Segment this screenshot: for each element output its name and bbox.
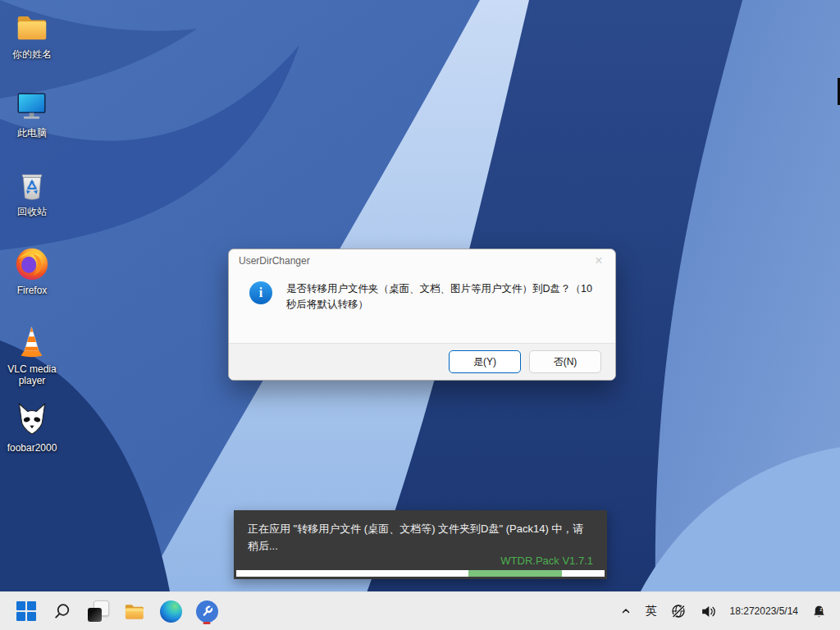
clock-time: 18:27 [730,605,755,617]
globe-offline-icon [670,603,687,619]
close-icon[interactable]: × [591,254,606,267]
desktop-icon-firefox[interactable]: Firefox [2,243,62,296]
system-tray: 英 18:27 2023/5/14 [614,596,840,626]
progress-bar [236,570,605,577]
svg-text:z: z [819,606,822,612]
userdirchanger-dialog: UserDirChanger × i 是否转移用户文件夹（桌面、文档、图片等用户… [228,249,616,381]
desktop-icon-recycle-bin[interactable]: 回收站 [2,164,62,217]
info-icon: i [249,281,272,304]
desktop-icon-label: 你的姓名 [2,48,62,60]
this-pc-icon [2,85,62,125]
desktop-icon-foobar2000[interactable]: foobar2000 [2,400,62,454]
userdirchanger-icon [196,600,218,623]
folder-icon [2,7,62,46]
dialog-footer: 是(Y) 否(N) [229,343,615,380]
edge-button[interactable] [156,596,185,626]
no-button[interactable]: 否(N) [529,350,601,373]
toast-message: 正在应用 "转移用户文件 (桌面、文档等) 文件夹到D盘" (Pack14) 中… [234,510,607,555]
start-button[interactable] [11,596,41,626]
desktop-icon-label: VLC media player [2,363,62,386]
progress-bar-chunk [468,570,562,577]
recycle-bin-icon [2,164,62,203]
dialog-title: UserDirChanger [239,255,310,267]
desktop-icon-this-pc[interactable]: 此电脑 [2,85,62,139]
toast-version: WTDR.Pack V1.7.1 [500,555,593,567]
userdirchanger-taskbar-button[interactable] [192,596,221,626]
desktop: 你的姓名 此电脑 [0,0,840,630]
start-icon [16,601,36,621]
hidden-icons-chevron-icon [619,605,632,618]
desktop-icon-label: 此电脑 [2,127,62,139]
edge-icon [160,600,182,623]
search-icon [52,601,72,621]
vlc-icon [2,322,62,361]
foobar2000-icon [2,400,62,440]
taskbar: 英 18:27 2023/5/14 [0,591,840,630]
ime-indicator[interactable]: 英 [641,596,662,626]
file-explorer-button[interactable] [120,596,149,626]
notification-bell-icon: z [811,604,827,619]
notification-center-button[interactable]: z [806,596,832,626]
network-button[interactable] [665,596,692,626]
task-view-icon [88,600,109,622]
file-explorer-icon [123,600,146,623]
firefox-icon [2,243,62,282]
desktop-icon-label: 回收站 [2,206,62,217]
desktop-icon-label: Firefox [2,285,62,296]
task-view-button[interactable] [84,596,113,626]
running-app-indicator [203,622,211,624]
search-button[interactable] [48,596,77,626]
desktop-icon-label: foobar2000 [2,442,62,454]
taskbar-apps [0,596,221,626]
desktop-icon-your-name[interactable]: 你的姓名 [2,7,62,60]
hidden-icons-button[interactable] [614,596,637,626]
desktop-icon-vlc[interactable]: VLC media player [2,322,62,386]
volume-icon [700,603,717,620]
wtdr-pack-toast: 正在应用 "转移用户文件 (桌面、文档等) 文件夹到D盘" (Pack14) 中… [234,510,607,579]
taskbar-clock[interactable]: 18:27 2023/5/14 [725,596,803,626]
yes-button[interactable]: 是(Y) [449,350,521,373]
dialog-titlebar[interactable]: UserDirChanger × [229,249,615,272]
clock-date: 2023/5/14 [755,605,798,617]
dialog-message: 是否转移用户文件夹（桌面、文档、图片等用户文件）到D盘？（10秒后将默认转移） [286,281,602,313]
volume-button[interactable] [695,596,722,626]
